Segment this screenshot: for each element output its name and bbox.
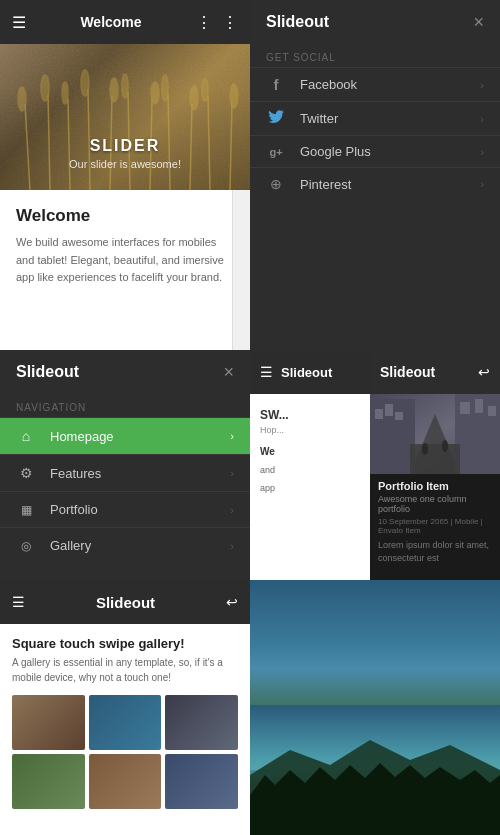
gallery-grid [12, 695, 238, 809]
sw-title: SW... [260, 408, 360, 422]
article-body-text: Lorem ipsum dolor sit amet, consectetur … [378, 539, 492, 564]
slider-text: SLIDER Our slider is awesome! [69, 137, 181, 170]
gallery-header-title: Slideout [96, 594, 155, 611]
svg-rect-31 [475, 399, 483, 413]
nav-homepage-arrow: › [230, 430, 234, 442]
svg-point-34 [422, 443, 428, 455]
svg-line-2 [48, 94, 50, 190]
svg-point-35 [442, 440, 448, 452]
welcome-dark-overlay [250, 190, 500, 350]
nav-homepage-label: Homepage [50, 429, 114, 444]
nav-features-arrow: › [230, 467, 234, 479]
gallery-thumb-6[interactable] [165, 754, 238, 809]
googleplus-item[interactable]: g+ Google Plus › [250, 135, 500, 167]
side-peek [232, 190, 250, 350]
svg-point-1 [18, 87, 26, 111]
slider-background: SLIDER Our slider is awesome! [0, 44, 250, 190]
hamburger-icon[interactable]: ☰ [12, 13, 26, 32]
article-info: Portfolio Item Awesome one column portfo… [370, 474, 500, 570]
svg-point-13 [151, 82, 159, 104]
facebook-left: f Facebook [266, 76, 357, 93]
nav-portfolio-left: ▦ Portfolio [16, 502, 98, 517]
nav-portfolio[interactable]: ▦ Portfolio › [0, 491, 250, 527]
gallery-hamburger[interactable]: ☰ [12, 594, 25, 610]
dots-icon-1[interactable]: ⋮ [196, 13, 212, 32]
gallery-thumb-4[interactable] [12, 754, 85, 809]
landscape-panel [250, 580, 500, 835]
svg-point-21 [230, 84, 238, 108]
svg-line-16 [190, 104, 192, 190]
pinterest-arrow: › [480, 178, 484, 190]
nav-gallery-label: Gallery [50, 538, 91, 553]
app-peek-title: Slideout [281, 365, 332, 380]
slideout-nav-panel: Slideout × NAVIGATION ⌂ Homepage › ⚙ Fea… [0, 350, 250, 580]
middle-row: Slideout × NAVIGATION ⌂ Homepage › ⚙ Fea… [0, 350, 500, 580]
nav-features[interactable]: ⚙ Features › [0, 454, 250, 491]
gallery-header: ☰ Slideout ↩ [0, 580, 250, 624]
article-panel-title: Slideout [380, 364, 435, 380]
nav-homepage[interactable]: ⌂ Homepage › [0, 417, 250, 454]
hop-label: Hop... [260, 425, 360, 435]
app-peek-content: SW... Hop... We and app [260, 402, 360, 501]
twitter-item[interactable]: Twitter › [250, 101, 500, 135]
gallery-nav-icon: ◎ [16, 539, 36, 553]
street-illustration [370, 394, 500, 474]
facebook-icon: f [266, 76, 286, 93]
gallery-content: Square touch swipe gallery! A gallery is… [0, 624, 250, 821]
slideout-social-header: Slideout × [250, 0, 500, 44]
welcome-title: Welcome [16, 206, 234, 226]
close-social-icon[interactable]: × [473, 12, 484, 33]
svg-point-19 [202, 79, 208, 101]
svg-point-9 [110, 78, 118, 102]
close-nav-icon[interactable]: × [223, 362, 234, 383]
nav-features-left: ⚙ Features [16, 465, 101, 481]
middle-right: ☰ Slideout SW... Hop... We and app Slide… [250, 350, 500, 580]
gallery-panel: ☰ Slideout ↩ Square touch swipe gallery!… [0, 580, 250, 835]
app-peek-hamburger[interactable]: ☰ [260, 364, 273, 380]
googleplus-left: g+ Google Plus [266, 144, 371, 159]
main-app-panel: ☰ Welcome ⋮ ⋮ [0, 0, 250, 190]
slideout-article-panel: Slideout ↩ [370, 350, 500, 580]
svg-rect-32 [488, 406, 496, 416]
nav-features-label: Features [50, 466, 101, 481]
slideout-nav-title: Slideout [16, 363, 79, 381]
nav-gallery-left: ◎ Gallery [16, 538, 91, 553]
svg-line-18 [208, 96, 210, 190]
and-text: and [260, 465, 275, 475]
svg-point-7 [81, 70, 89, 96]
gallery-thumb-2[interactable] [89, 695, 162, 750]
gallery-share-icon[interactable]: ↩ [226, 594, 238, 610]
welcome-panel: Welcome We build awesome interfaces for … [0, 190, 250, 350]
nav-gallery-arrow: › [230, 540, 234, 552]
landscape-svg [250, 705, 500, 835]
article-meta: 10 September 2065 | Mobile | Envato Item [378, 517, 492, 535]
nav-portfolio-label: Portfolio [50, 502, 98, 517]
gallery-thumb-5[interactable] [89, 754, 162, 809]
article-item-sub: Awesome one column portfolio [378, 494, 492, 514]
nav-gallery[interactable]: ◎ Gallery › [0, 527, 250, 563]
slideout-nav-header: Slideout × [0, 350, 250, 394]
peek-text: We and app [260, 441, 360, 495]
gallery-thumb-3[interactable] [165, 695, 238, 750]
svg-point-11 [122, 74, 128, 98]
gallery-section-title: Square touch swipe gallery! [12, 636, 238, 651]
portfolio-icon: ▦ [16, 503, 36, 517]
main-header: ☰ Welcome ⋮ ⋮ [0, 0, 250, 44]
main-header-title: Welcome [26, 14, 196, 30]
get-social-label: GET SOCIAL [250, 44, 500, 67]
slider-subtitle: Our slider is awesome! [69, 158, 181, 170]
svg-point-17 [190, 86, 198, 110]
dots-icon-2[interactable]: ⋮ [222, 13, 238, 32]
article-item-title: Portfolio Item [378, 480, 492, 492]
gallery-description: A gallery is essential in any template, … [12, 655, 238, 685]
svg-line-0 [25, 104, 30, 190]
googleplus-arrow: › [480, 146, 484, 158]
article-header: Slideout ↩ [370, 350, 500, 394]
gallery-thumb-1[interactable] [12, 695, 85, 750]
svg-rect-30 [460, 402, 470, 414]
googleplus-label: Google Plus [300, 144, 371, 159]
share-icon[interactable]: ↩ [478, 364, 490, 380]
svg-point-3 [41, 75, 49, 101]
facebook-item[interactable]: f Facebook › [250, 67, 500, 101]
second-row: Welcome We build awesome interfaces for … [0, 190, 500, 350]
